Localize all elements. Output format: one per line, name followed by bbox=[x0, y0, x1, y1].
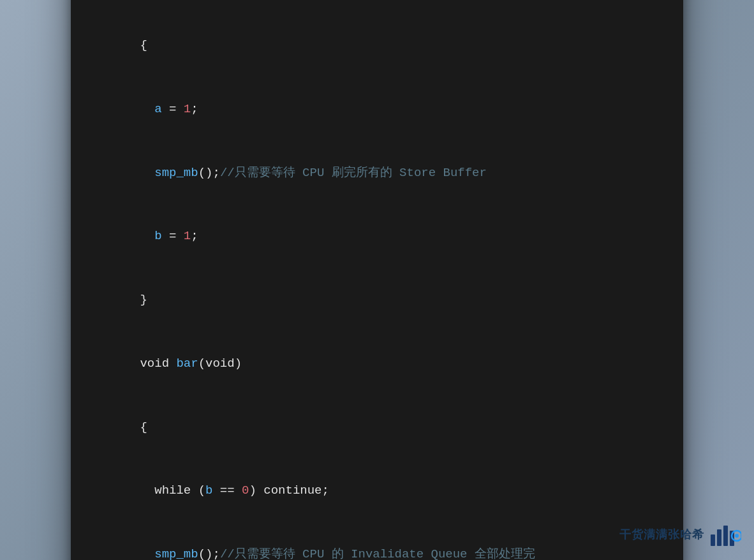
svg-point-5 bbox=[735, 534, 739, 538]
code-line-smp-mb1: smp_mb();//只需要等待 CPU 刷完所有的 Store Buffer bbox=[96, 141, 658, 205]
watermark: 干货满满张哈希 bbox=[619, 522, 741, 547]
code-editor: x void foo(void) { a = 1; smp_mb();//只需要… bbox=[71, 0, 683, 560]
svg-point-6 bbox=[741, 534, 741, 537]
code-line-smp-mb2: smp_mb();//只需要等待 CPU 的 Invalidate Queue … bbox=[96, 523, 658, 560]
svg-rect-2 bbox=[723, 526, 728, 546]
watermark-text: 干货满满张哈希 bbox=[619, 527, 704, 542]
code-line-b-assign: b = 1; bbox=[96, 205, 658, 269]
code-line-while: while (b == 0) continue; bbox=[96, 459, 658, 523]
code-line-open2: { bbox=[96, 395, 658, 459]
code-window: x void foo(void) { a = 1; smp_mb();//只需要… bbox=[71, 0, 683, 560]
code-line-void-bar: void bar(void) bbox=[96, 332, 658, 396]
code-line-open1: { bbox=[96, 14, 658, 78]
code-line-void-foo: void foo(void) bbox=[96, 0, 658, 14]
code-line-close1: } bbox=[96, 269, 658, 332]
svg-rect-1 bbox=[717, 529, 721, 546]
svg-rect-0 bbox=[711, 534, 715, 546]
code-line-a-assign: a = 1; bbox=[96, 78, 658, 142]
watermark-icon bbox=[709, 522, 741, 547]
